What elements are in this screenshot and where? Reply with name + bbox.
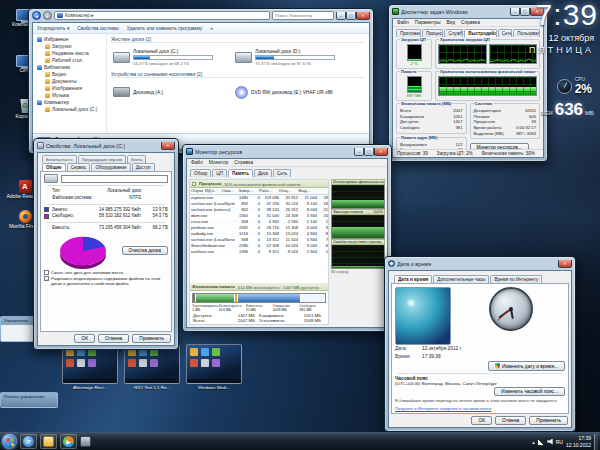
column-header[interactable]: Общ... <box>273 188 292 194</box>
drive-item[interactable]: Дисковод (A:) <box>111 79 233 105</box>
drive-item[interactable]: DVD RW дисковод (E:) VHAF UR x86 <box>233 79 355 105</box>
ie-taskbar-icon[interactable] <box>23 436 34 447</box>
column-header[interactable]: ИД п... <box>204 188 216 194</box>
task-manager-titlebar[interactable]: Диспетчер задач Windows <box>389 5 547 18</box>
maximize-button[interactable] <box>364 148 374 156</box>
sidebar-item[interactable]: Изображения <box>33 85 106 92</box>
dialog-button[interactable]: Применить <box>132 334 171 343</box>
clock-gadget[interactable]: 7:39 <box>536 0 598 30</box>
window-thumbnail[interactable]: Windows Medi... <box>186 344 242 390</box>
show-hidden-icons-button[interactable] <box>532 439 535 445</box>
menu-item[interactable]: Справка <box>461 20 480 25</box>
change-date-time-button[interactable]: Изменить дату и время... <box>488 361 565 371</box>
tab[interactable]: Квота <box>127 155 146 163</box>
close-button[interactable] <box>356 12 370 20</box>
drive-item[interactable]: Локальный диск (D:) 75.3 ГБ свободно из … <box>233 44 355 70</box>
cpu-gadget[interactable]: CPU 2% <box>557 76 592 96</box>
column-header[interactable]: Выд... <box>292 188 311 194</box>
sidebar-item[interactable]: Рабочий стол <box>33 57 106 64</box>
checkbox-row[interactable]: Разрешить индексировать содержимое файло… <box>44 276 168 286</box>
sidebar-item[interactable]: Загрузки <box>33 43 106 50</box>
tab[interactable]: Предыдущие версии <box>78 155 126 163</box>
menu-item[interactable]: Справка <box>234 160 253 165</box>
change-timezone-button[interactable]: Изменить часовой пояс... <box>494 387 565 396</box>
tab[interactable]: Дата и время <box>394 275 432 283</box>
sidebar-item[interactable]: Компьютер <box>33 99 106 106</box>
forward-button[interactable] <box>43 11 52 20</box>
minimize-button[interactable] <box>510 8 520 16</box>
properties-titlebar[interactable]: Свойства: Локальный диск (C:) <box>34 139 178 152</box>
toolbar-button[interactable]: Свойства системы <box>77 26 118 31</box>
sidebar-item[interactable]: Локальный диск (C:) <box>33 106 106 113</box>
tab[interactable]: Приложения <box>396 29 421 37</box>
taskbar-slot[interactable] <box>40 434 57 449</box>
toolbar-button[interactable]: Упорядочить ▾ <box>37 26 69 31</box>
tab[interactable]: Время по Интернету <box>490 275 542 283</box>
close-button[interactable] <box>558 260 572 268</box>
tab[interactable]: Сеть <box>273 169 291 177</box>
show-desktop-button[interactable] <box>594 434 598 450</box>
address-bar[interactable]: Компьютер ▸ <box>54 11 270 20</box>
search-input[interactable] <box>272 11 334 20</box>
column-header[interactable]: Оши... <box>216 188 235 194</box>
partial-window-control-panel[interactable]: Панель управления <box>0 392 58 408</box>
toolbar-button[interactable]: Удалить или изменить программу <box>127 26 202 31</box>
menu-item[interactable]: Монитор <box>209 160 229 165</box>
column-header[interactable]: Завер... <box>235 188 254 194</box>
memory-gadget[interactable]: MEM 636 МБ <box>541 100 594 120</box>
dialog-button[interactable]: ОК <box>471 416 492 425</box>
sidebar-item[interactable]: Музыка <box>33 92 106 99</box>
drive-item[interactable]: Локальный диск (C:) 54.3 ГБ свободно из … <box>111 44 233 70</box>
tab[interactable]: Общие <box>42 163 66 171</box>
sidebar-item[interactable]: Избранное <box>33 36 106 43</box>
menu-item[interactable]: Вид <box>446 20 455 25</box>
column-header[interactable]: Рабо... <box>254 188 273 194</box>
resource-monitor-titlebar[interactable]: Монитор ресурсов <box>183 145 391 158</box>
taskbar-clock[interactable]: 17:39 12.10.2012 <box>566 435 591 448</box>
sidebar-item[interactable]: Документы <box>33 78 106 85</box>
window-thumbnail[interactable]: H2O Test 1.1 Re... <box>124 344 180 390</box>
process-row[interactable]: taskhost.exe13960 9 3128 0242 944 5 080 <box>190 249 328 255</box>
tab[interactable]: Память <box>228 169 253 177</box>
dialog-button[interactable]: ОК <box>74 334 95 343</box>
window-thumbnail[interactable]: Aftermage Rest... <box>62 344 118 390</box>
dialog-button[interactable]: Отмена <box>98 334 129 343</box>
minimize-button[interactable] <box>354 148 364 156</box>
media-player-taskbar-icon[interactable] <box>63 436 74 447</box>
column-header[interactable]: Образ <box>190 188 204 194</box>
tab[interactable]: Диск <box>254 169 272 177</box>
tab[interactable]: Обзор <box>190 169 211 177</box>
processes-section-header[interactable]: Процессы 30% использовано физической пам… <box>190 180 328 188</box>
tab[interactable]: Сервис <box>67 163 91 171</box>
maximize-button[interactable] <box>520 8 530 16</box>
toolbar-button[interactable]: » <box>210 26 213 31</box>
date-gadget[interactable]: 12 октября ПЯТНИЦА <box>529 33 594 55</box>
sidebar-item[interactable]: Библиотеки <box>33 64 106 71</box>
minimize-button[interactable] <box>336 12 346 20</box>
tab[interactable]: Доступ <box>132 163 155 171</box>
maximize-button[interactable] <box>346 12 356 20</box>
back-button[interactable] <box>32 11 41 20</box>
close-button[interactable] <box>374 148 388 156</box>
date-time-titlebar[interactable]: Дата и время <box>385 257 575 270</box>
taskbar-slot[interactable] <box>60 434 77 449</box>
network-tray-icon[interactable] <box>538 439 544 445</box>
menu-item[interactable]: Файл <box>397 20 409 25</box>
tab[interactable]: Процессы <box>422 29 443 37</box>
volume-label-input[interactable] <box>61 175 168 183</box>
close-button[interactable] <box>161 142 175 150</box>
tab[interactable]: Дополнительные часы <box>433 275 489 283</box>
section-checkbox-icon[interactable] <box>192 182 196 186</box>
tab[interactable]: Быстродействие <box>464 29 496 37</box>
tab[interactable]: Безопасность <box>42 155 77 163</box>
explorer-titlebar[interactable]: Компьютер ▸ <box>29 9 373 22</box>
volume-tray-icon[interactable] <box>547 439 553 445</box>
sidebar-item[interactable]: Недавние места <box>33 50 106 57</box>
dialog-button[interactable]: Отмена <box>495 416 526 425</box>
dialog-button[interactable]: Применить <box>529 416 568 425</box>
checkbox-row[interactable]: Сжать этот диск для экономии места <box>44 270 168 275</box>
tab[interactable]: Сеть <box>498 29 512 37</box>
sidebar-item[interactable]: Видео <box>33 71 106 78</box>
physical-memory-section-header[interactable]: Физическая память 614 МБ используется · … <box>190 283 328 291</box>
menu-item[interactable]: Параметры <box>415 20 441 25</box>
